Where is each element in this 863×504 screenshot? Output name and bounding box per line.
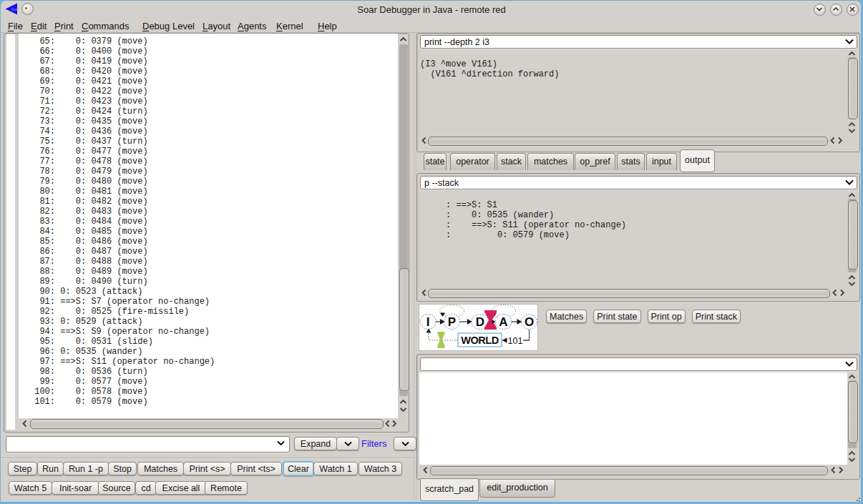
svg-text:D: D bbox=[476, 315, 484, 329]
svg-text:P: P bbox=[448, 315, 456, 329]
svg-text:A: A bbox=[499, 315, 507, 329]
svg-text:WORLD: WORLD bbox=[461, 335, 498, 346]
svg-text:101: 101 bbox=[508, 336, 523, 346]
svg-text:O: O bbox=[525, 315, 534, 329]
svg-text:I: I bbox=[426, 315, 430, 329]
